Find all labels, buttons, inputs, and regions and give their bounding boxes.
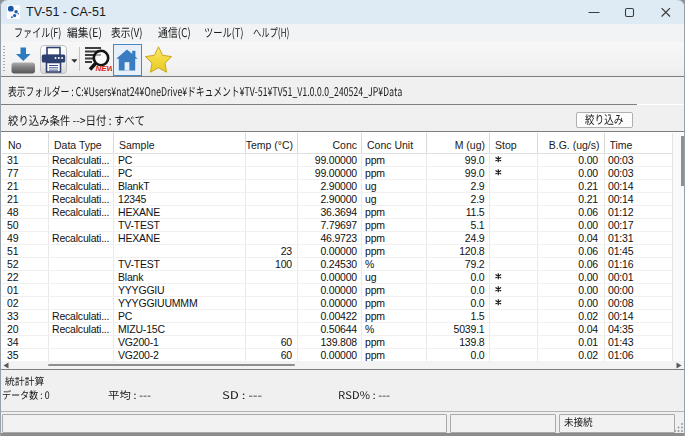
svg-text:NEW: NEW [96,64,113,73]
